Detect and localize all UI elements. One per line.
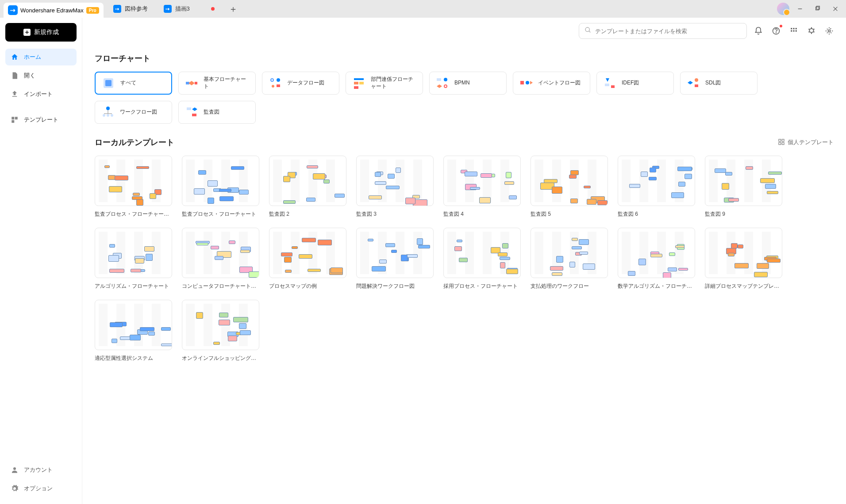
template-thumbnail <box>182 228 259 278</box>
app-logo-icon: ⇢ <box>8 5 18 15</box>
sidebar-item-templates[interactable]: テンプレート <box>5 111 77 128</box>
svg-rect-16 <box>791 31 792 32</box>
window-close-button[interactable] <box>828 3 842 15</box>
svg-rect-55 <box>779 142 781 145</box>
template-thumbnail <box>95 156 172 206</box>
sidebar-item-account[interactable]: アカウント <box>5 462 77 478</box>
category-card[interactable]: IDEF図 <box>596 72 674 95</box>
svg-rect-31 <box>359 82 364 84</box>
category-card[interactable]: 部門連係フローチャート <box>346 72 423 95</box>
new-tab-button[interactable]: ＋ <box>224 3 242 15</box>
plus-icon: ＋ <box>23 29 31 36</box>
settings-button[interactable] <box>823 25 835 37</box>
template-card[interactable]: 詳細プロセスマップテンプレート <box>705 228 782 290</box>
svg-rect-15 <box>796 28 797 29</box>
user-avatar[interactable] <box>777 3 789 15</box>
template-card[interactable]: 監査図 2 <box>269 156 346 218</box>
category-card[interactable]: 基本フローチャート <box>178 72 256 95</box>
svg-point-46 <box>107 114 109 117</box>
template-card[interactable]: 採用プロセス・フローチャート <box>443 228 521 290</box>
template-card[interactable]: 監査図 6 <box>618 156 695 218</box>
svg-point-8 <box>13 467 16 470</box>
sidebar-item-import[interactable]: インポート <box>5 86 77 103</box>
category-card[interactable]: データフロー図 <box>262 72 339 95</box>
sidebar-item-open[interactable]: 開く <box>5 67 77 84</box>
category-card[interactable]: イベントフロー図 <box>513 72 590 95</box>
window-maximize-button[interactable] <box>811 3 825 15</box>
template-label: 監査図 6 <box>618 210 695 218</box>
category-card[interactable]: BPMN <box>429 72 507 95</box>
template-card[interactable]: アルゴリズム・フローチャート <box>95 228 172 290</box>
template-thumbnail <box>356 156 434 206</box>
category-label: 監査図 <box>204 109 219 116</box>
nav-label: インポート <box>24 90 53 98</box>
svg-point-34 <box>444 78 447 81</box>
template-label: アルゴリズム・フローチャート <box>95 283 172 290</box>
svg-rect-13 <box>791 28 792 29</box>
template-thumbnail <box>356 228 434 278</box>
svg-point-25 <box>271 79 273 81</box>
sidebar-item-options[interactable]: オプション <box>5 480 77 497</box>
template-thumbnail <box>531 156 608 206</box>
help-button[interactable] <box>770 25 782 37</box>
tab-label: 描画3 <box>175 5 190 13</box>
svg-marker-23 <box>188 81 195 85</box>
gear-icon <box>11 485 19 493</box>
category-card[interactable]: すべて <box>95 72 172 95</box>
titlebar: ⇢ Wondershare EdrawMax Pro ⇢ 図枠参考 ⇢ 描画3 … <box>0 0 846 18</box>
search-input[interactable] <box>595 28 741 34</box>
apps-button[interactable] <box>788 25 800 37</box>
sidebar-item-home[interactable]: ホーム <box>5 49 77 65</box>
nav-label: テンプレート <box>24 116 58 124</box>
category-label: IDEF図 <box>622 80 639 87</box>
svg-point-47 <box>111 114 113 117</box>
category-card[interactable]: 監査図 <box>178 101 256 124</box>
template-card[interactable]: コンピュータフローチャートテンプレート <box>182 228 259 290</box>
svg-rect-2 <box>816 6 819 9</box>
category-card[interactable]: SDL図 <box>680 72 758 95</box>
category-icon <box>269 76 282 90</box>
new-create-button[interactable]: ＋ 新規作成 <box>5 23 77 42</box>
svg-point-38 <box>526 81 529 84</box>
svg-point-9 <box>585 27 589 31</box>
personal-templates-link[interactable]: 個人テンプレート <box>778 138 834 147</box>
template-card[interactable]: 監査図 4 <box>443 156 521 218</box>
section-title-flowchart: フローチャート <box>95 53 834 64</box>
search-box[interactable] <box>579 23 747 39</box>
template-label: 監査プロセス・フローチャート 2 <box>95 210 172 218</box>
template-card[interactable]: 監査図 5 <box>531 156 608 218</box>
template-label: 監査図 3 <box>356 210 434 218</box>
template-thumbnail <box>531 228 608 278</box>
pro-badge: Pro <box>86 7 99 14</box>
nav-label: 開く <box>24 72 35 80</box>
template-card[interactable]: 問題解決ワークフロー図 <box>356 228 434 290</box>
document-tab-1[interactable]: ⇢ 図枠参考 <box>107 2 154 15</box>
category-icon <box>687 76 700 90</box>
template-label: 監査図 9 <box>705 210 782 218</box>
template-thumbnail <box>705 156 782 206</box>
template-card[interactable]: 数学アルゴリズム・フローチャート <box>618 228 695 290</box>
content-area: フローチャート すべて基本フローチャートデータフロー図部門連係フローチャートBP… <box>82 18 846 504</box>
category-icon <box>603 76 616 90</box>
document-tab-2[interactable]: ⇢ 描画3 <box>158 2 221 15</box>
template-thumbnail <box>705 228 782 278</box>
notification-button[interactable] <box>752 25 765 37</box>
template-card[interactable]: オンラインフルショッピングプロセス <box>182 300 259 362</box>
template-card[interactable]: プロセスマップの例 <box>269 228 346 290</box>
template-card[interactable]: 監査図 3 <box>356 156 434 218</box>
svg-rect-21 <box>105 80 112 86</box>
template-card[interactable]: 監査図 9 <box>705 156 782 218</box>
template-card[interactable]: 監査プロセス・フローチャート 2 <box>95 156 172 218</box>
category-label: SDL図 <box>705 80 721 87</box>
svg-rect-29 <box>354 78 364 80</box>
category-card[interactable]: ワークフロー図 <box>95 101 172 124</box>
nav-label: アカウント <box>24 466 53 474</box>
template-card[interactable]: 監査プロセス・フローチャート <box>182 156 259 218</box>
template-card[interactable]: 適応型属性選択システム <box>95 300 172 362</box>
template-card[interactable]: 支払処理のワークフロー <box>531 228 608 290</box>
window-minimize-button[interactable] <box>793 3 807 15</box>
theme-button[interactable] <box>805 25 818 37</box>
toolbar <box>82 18 846 44</box>
section-header-local: ローカルテンプレート 個人テンプレート <box>95 137 834 148</box>
template-thumbnail <box>182 300 259 350</box>
